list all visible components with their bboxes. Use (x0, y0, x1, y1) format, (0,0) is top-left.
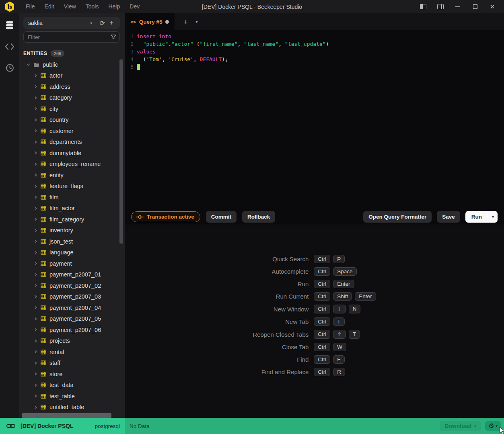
table-icon (41, 405, 46, 409)
table-icon (41, 360, 46, 365)
table-row-staff[interactable]: staff (19, 358, 125, 369)
commit-button[interactable]: Commit (206, 211, 237, 223)
table-label: test_table (49, 393, 75, 399)
tab-list-dropdown-button[interactable]: ▾ (196, 20, 198, 24)
save-button[interactable]: Save (437, 211, 460, 223)
menu-tools[interactable]: Tools (81, 0, 104, 13)
chevron-right-icon (34, 107, 37, 111)
table-row-payment_p2007_03[interactable]: payment_p2007_03 (19, 291, 125, 303)
table-row-feature_flags[interactable]: feature_flags (19, 181, 125, 192)
table-row-employees_rename[interactable]: employees_rename (19, 159, 125, 170)
run-options-dropdown-button[interactable]: ▾ (488, 211, 498, 223)
table-row-test_table[interactable]: test_table (19, 391, 125, 402)
table-row-category[interactable]: category (19, 92, 125, 104)
table-label: test_data (49, 382, 74, 388)
table-row-language[interactable]: language (19, 247, 125, 258)
tab-query-5[interactable]: <> Query #5 (125, 13, 175, 30)
menu-dev[interactable]: Dev (125, 0, 144, 13)
refresh-button[interactable]: ⟳ (97, 19, 107, 27)
table-row-payment_p2007_02[interactable]: payment_p2007_02 (19, 280, 125, 291)
run-button[interactable]: Run (465, 211, 488, 223)
table-row-store[interactable]: store (19, 368, 125, 380)
table-row-payment_p2007_06[interactable]: payment_p2007_06 (19, 324, 125, 336)
chevron-right-icon (34, 306, 37, 309)
table-row-payment_p2007_01[interactable]: payment_p2007_01 (19, 269, 125, 280)
table-row-departments[interactable]: departments (19, 137, 125, 148)
table-row-test_data[interactable]: test_data (19, 380, 125, 391)
history-tab-button[interactable] (4, 62, 15, 74)
table-icon (41, 173, 46, 178)
chevron-right-icon (34, 295, 37, 299)
menu-file[interactable]: File (21, 0, 40, 13)
menu-help[interactable]: Help (103, 0, 125, 13)
results-panel: Quick SearchCtrlPAutocompleteCtrlSpaceRu… (125, 225, 504, 418)
table-label: customer (49, 128, 74, 134)
table-row-address[interactable]: address (19, 81, 125, 92)
sidebar-horizontal-scrollbar[interactable] (22, 413, 111, 418)
table-label: country (49, 117, 69, 123)
table-row-dummytable[interactable]: dummytable (19, 147, 125, 159)
table-row-json_test[interactable]: json_test (19, 236, 125, 247)
rollback-button[interactable]: Rollback (242, 211, 275, 223)
menu-view[interactable]: View (59, 0, 81, 13)
table-row-country[interactable]: country (19, 115, 125, 126)
tab-bar: <> Query #5 + ▾ (125, 13, 504, 30)
schema-label: public (43, 61, 58, 68)
table-row-actor[interactable]: actor (19, 70, 125, 82)
key-cap: N (349, 305, 361, 313)
database-tab-button[interactable] (4, 20, 15, 31)
table-row-untitled_table[interactable]: untitled_table (19, 402, 125, 413)
query-toolbar: Transaction active Commit Rollback Open … (125, 209, 504, 225)
table-icon (41, 184, 46, 188)
table-label: payment_p2007_06 (49, 327, 101, 333)
close-button[interactable]: ✕ (486, 2, 498, 11)
chevron-right-icon (34, 383, 37, 387)
shortcut-label: Find and Replace (253, 368, 309, 375)
entity-filter-input[interactable] (25, 34, 111, 40)
table-row-rental[interactable]: rental (19, 346, 125, 358)
table-row-payment_p2007_05[interactable]: payment_p2007_05 (19, 313, 125, 325)
database-select[interactable]: saklia ▾ ⟳ + (23, 17, 120, 29)
maximize-button[interactable] (469, 2, 481, 11)
key-cap: Ctrl (314, 280, 330, 288)
settings-menu-button[interactable]: ⚙ ▾ (485, 421, 501, 431)
menu-edit[interactable]: Edit (40, 0, 59, 13)
queries-tab-button[interactable] (4, 41, 15, 52)
table-row-city[interactable]: city (19, 103, 125, 115)
table-label: payment_p2007_04 (49, 305, 101, 311)
sidebar-vertical-scrollbar[interactable] (119, 59, 123, 244)
status-bar: [DEV] Docker PSQL postgresql No Data Dow… (0, 418, 504, 434)
table-row-inventory[interactable]: inventory (19, 225, 125, 236)
add-database-button[interactable]: + (107, 19, 116, 27)
table-row-customer[interactable]: customer (19, 125, 125, 137)
table-row-payment_p2007_04[interactable]: payment_p2007_04 (19, 302, 125, 313)
shortcut-keys: Ctrl⇧T (314, 330, 376, 339)
connection-dialect: postgresql (95, 423, 120, 429)
sql-editor[interactable]: 1insert into2 "public"."actor" ("first_n… (125, 30, 504, 209)
toggle-left-panel-button[interactable] (417, 2, 429, 11)
open-query-formatter-button[interactable]: Open Query Formatter (363, 211, 432, 223)
table-row-film[interactable]: film (19, 192, 125, 203)
key-cap: T (349, 330, 360, 339)
key-cap: T (333, 317, 344, 326)
toggle-right-panel-button[interactable] (434, 2, 446, 11)
download-label: Download (444, 423, 471, 429)
table-row-film_actor[interactable]: film_actor (19, 203, 125, 214)
table-row-projects[interactable]: projects (19, 336, 125, 347)
table-row-entity[interactable]: entity (19, 170, 125, 181)
new-tab-button[interactable]: + (183, 18, 188, 26)
window-controls: ✕ (417, 2, 504, 11)
table-icon (41, 316, 46, 321)
key-cap: Ctrl (314, 330, 330, 339)
shortcut-label: Run (253, 280, 309, 287)
chevron-right-icon (34, 151, 37, 155)
schema-row-public[interactable]: public (19, 59, 125, 70)
download-button[interactable]: Download ▾ (440, 421, 481, 431)
database-icon (5, 21, 14, 30)
table-list: actoraddresscategorycitycountrycustomerd… (19, 70, 125, 413)
table-row-film_category[interactable]: film_category (19, 214, 125, 225)
minimize-button[interactable] (452, 2, 464, 11)
filter-funnel-icon (111, 35, 116, 39)
text-cursor (137, 64, 140, 70)
table-row-payment[interactable]: payment (19, 258, 125, 269)
